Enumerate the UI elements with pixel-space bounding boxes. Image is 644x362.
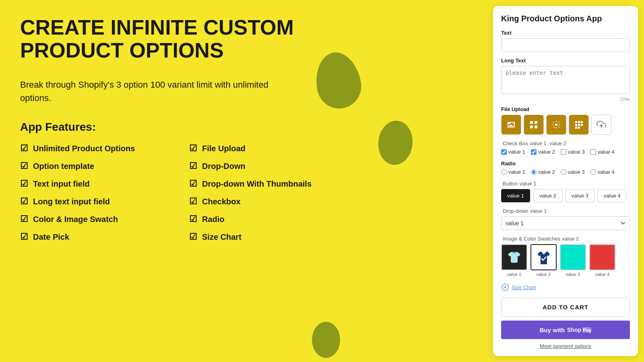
svg-rect-2 bbox=[530, 121, 533, 124]
swatch-box-3[interactable] bbox=[560, 244, 586, 270]
radio-2[interactable] bbox=[531, 169, 537, 175]
swatch-item-1[interactable]: 👕 value 1 bbox=[501, 244, 527, 277]
features-grid: ☑ Unlimited Product Options ☑ File Uploa… bbox=[20, 143, 334, 242]
upload-icon-btn-4[interactable] bbox=[569, 115, 589, 135]
swatches-field-label: Image & Color Swatchesvalue 2 bbox=[501, 236, 630, 242]
option-btn-1[interactable]: value 1 bbox=[501, 189, 530, 202]
swatch-box-4[interactable] bbox=[589, 244, 615, 270]
radio-item-3[interactable]: value 3 bbox=[561, 169, 585, 175]
radio-label-2: value 2 bbox=[538, 169, 555, 175]
file-upload-icons bbox=[501, 115, 630, 135]
checkbox-item-3[interactable]: value 3 bbox=[561, 149, 585, 155]
swatch-box-2[interactable] bbox=[530, 244, 557, 270]
button-options-label: Buttonvalue 1 bbox=[501, 181, 630, 187]
option-btn-3[interactable]: value 3 bbox=[566, 189, 594, 202]
page-title: CREATE INFINITE CUSTOM PRODUCT OPTIONS bbox=[20, 16, 310, 62]
checkbox-label-3: value 3 bbox=[568, 149, 585, 155]
check-icon: ☑ bbox=[20, 143, 28, 154]
check-icon: ☑ bbox=[189, 214, 197, 224]
long-text-field-section: Long Text Char bbox=[501, 58, 630, 101]
option-btn-4[interactable]: value 4 bbox=[598, 189, 627, 202]
upload-icon-btn-1[interactable] bbox=[501, 115, 521, 135]
checkbox-item-2[interactable]: value 2 bbox=[531, 149, 555, 155]
check-icon: ☑ bbox=[20, 196, 28, 207]
feature-label: Checkbox bbox=[202, 197, 241, 206]
buy-now-button[interactable]: Buy with Shop Pay bbox=[501, 321, 630, 339]
size-chart-link[interactable]: Size Chart bbox=[501, 283, 630, 291]
check-icon: ☑ bbox=[20, 214, 28, 224]
checkbox-item-1[interactable]: value 1 bbox=[501, 149, 525, 155]
feature-label: Drop-Down bbox=[202, 162, 246, 171]
swatch-shirt-blue bbox=[531, 245, 556, 269]
shop-pay-logo: Shop Pay bbox=[567, 326, 591, 333]
checkbox-item-4[interactable]: value 4 bbox=[590, 149, 615, 155]
svg-point-6 bbox=[555, 123, 557, 126]
left-panel: CREATE INFINITE CUSTOM PRODUCT OPTIONS B… bbox=[0, 0, 493, 362]
check-icon: ☑ bbox=[189, 196, 197, 207]
feature-item: ☑ Size Chart bbox=[189, 232, 334, 242]
file-upload-label: File Upload bbox=[501, 106, 630, 112]
option-btn-2[interactable]: value 2 bbox=[533, 189, 562, 202]
swatches-row: 👕 value 1 value 2 bbox=[501, 244, 630, 277]
swatch-color-cyan bbox=[561, 245, 585, 269]
radio-label-1: value 1 bbox=[508, 169, 525, 175]
svg-rect-10 bbox=[575, 124, 577, 126]
feature-item: ☑ Radio bbox=[189, 214, 334, 224]
dropdown-section: Drop-downvalue 1 value 1 value 2 value 3… bbox=[501, 208, 630, 230]
feature-item: ☑ Text input field bbox=[20, 179, 165, 189]
radio-row: value 1 value 2 value 3 value 4 bbox=[501, 169, 630, 175]
swatch-box-1[interactable]: 👕 bbox=[501, 244, 527, 270]
dropdown-select[interactable]: value 1 value 2 value 3 value 4 bbox=[501, 216, 630, 230]
long-text-input[interactable] bbox=[501, 66, 630, 94]
checkbox-section: Check Boxvalue 1, value 2 value 1 value … bbox=[501, 140, 630, 155]
swatch-label-4: value 4 bbox=[595, 272, 609, 277]
feature-item: ☑ Date Pick bbox=[20, 232, 165, 242]
decorative-blob-3 bbox=[312, 322, 340, 358]
radio-4[interactable] bbox=[590, 169, 596, 175]
svg-rect-12 bbox=[581, 124, 583, 126]
checkbox-2[interactable] bbox=[531, 149, 537, 155]
char-count: Char bbox=[501, 97, 630, 101]
checkbox-4[interactable] bbox=[590, 149, 596, 155]
checkbox-3[interactable] bbox=[561, 149, 566, 155]
radio-item-4[interactable]: value 4 bbox=[590, 169, 615, 175]
long-text-field-label: Long Text bbox=[501, 58, 630, 64]
checkbox-1[interactable] bbox=[501, 149, 507, 155]
radio-item-2[interactable]: value 2 bbox=[531, 169, 555, 175]
file-upload-section: File Upload bbox=[501, 106, 630, 135]
check-icon: ☑ bbox=[189, 143, 197, 154]
feature-label: Color & Image Swatch bbox=[33, 215, 118, 224]
size-chart-label: Size Chart bbox=[512, 284, 536, 290]
swatch-label-1: value 1 bbox=[507, 272, 521, 277]
radio-1[interactable] bbox=[501, 169, 507, 175]
size-chart-icon bbox=[501, 283, 509, 291]
upload-icon-btn-3[interactable] bbox=[546, 115, 566, 135]
check-icon: ☑ bbox=[20, 232, 28, 242]
feature-item: ☑ Long text input field bbox=[20, 196, 165, 207]
svg-rect-14 bbox=[578, 127, 580, 129]
button-options-row: value 1 value 2 value 3 value 4 bbox=[501, 189, 630, 202]
swatch-item-4[interactable]: value 4 bbox=[589, 244, 615, 277]
text-input[interactable] bbox=[501, 38, 630, 52]
add-to-cart-button[interactable]: ADD TO CART bbox=[501, 298, 630, 317]
checkbox-label-2: value 2 bbox=[538, 149, 555, 155]
radio-3[interactable] bbox=[561, 169, 566, 175]
feature-item: ☑ Option template bbox=[20, 161, 165, 171]
feature-label: Date Pick bbox=[33, 232, 69, 242]
upload-icon-btn-2[interactable] bbox=[524, 115, 544, 135]
swatch-item-3[interactable]: value 3 bbox=[560, 244, 586, 277]
text-field-section: Text bbox=[501, 30, 630, 58]
swatch-item-2[interactable]: value 2 bbox=[530, 244, 557, 277]
more-payment-options-link[interactable]: More payment options bbox=[501, 343, 630, 349]
radio-item-1[interactable]: value 1 bbox=[501, 169, 525, 175]
decorative-blob-1 bbox=[312, 49, 365, 112]
feature-label: Long text input field bbox=[33, 197, 110, 206]
feature-item: ☑ File Upload bbox=[189, 143, 334, 154]
feature-label: Option template bbox=[33, 162, 94, 171]
check-icon: ☑ bbox=[189, 179, 197, 189]
upload-icon-btn-upload[interactable] bbox=[591, 115, 611, 135]
subtitle-text: Break through Shopify's 3 option 100 var… bbox=[20, 78, 294, 105]
svg-rect-9 bbox=[581, 121, 583, 123]
feature-item: ☑ Checkbox bbox=[189, 196, 334, 207]
text-field-label: Text bbox=[501, 30, 630, 36]
